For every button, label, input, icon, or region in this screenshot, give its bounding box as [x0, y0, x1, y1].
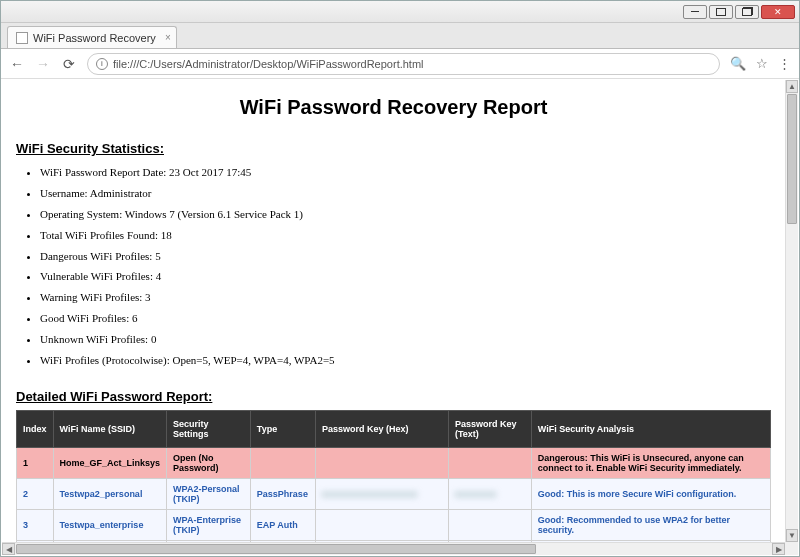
close-tab-icon[interactable]: ×	[165, 32, 171, 43]
cell: Good: This is more Secure WiFi configura…	[531, 478, 770, 509]
scroll-up-button[interactable]: ▲	[786, 80, 798, 93]
stat-item: Good WiFi Profiles: 6	[40, 308, 771, 329]
scroll-corner	[785, 542, 798, 555]
table-header-row: Index WiFi Name (SSID) Security Settings…	[17, 410, 771, 447]
stat-item: WiFi Password Report Date: 23 Oct 2017 1…	[40, 162, 771, 183]
cell: PassPhrase	[250, 478, 315, 509]
col-ssid: WiFi Name (SSID)	[53, 410, 167, 447]
scroll-right-button[interactable]: ▶	[772, 543, 785, 555]
section-stats-heading: WiFi Security Statistics:	[16, 141, 771, 156]
col-index: Index	[17, 410, 54, 447]
cell: 3	[17, 509, 54, 540]
table-row: 2Testwpa2_personalWPA2-Personal (TKIP)Pa…	[17, 478, 771, 509]
stat-item: Vulnerable WiFi Profiles: 4	[40, 266, 771, 287]
vertical-scroll-thumb[interactable]	[787, 94, 797, 224]
page-title: WiFi Password Recovery Report	[16, 96, 771, 119]
page-viewport[interactable]: WiFi Password Recovery Report WiFi Secur…	[2, 80, 785, 542]
section-detail-heading: Detailed WiFi Password Report:	[16, 389, 771, 404]
cell: Open (No Password)	[167, 447, 251, 478]
site-info-icon[interactable]: i	[96, 58, 108, 70]
table-row: 1Home_GF_Act_LinksysOpen (No Password)Da…	[17, 447, 771, 478]
page-icon	[16, 32, 28, 44]
url-text: file:///C:/Users/Administrator/Desktop/W…	[113, 58, 424, 70]
col-hex: Password Key (Hex)	[315, 410, 448, 447]
cell	[448, 509, 531, 540]
col-analysis: WiFi Security Analysis	[531, 410, 770, 447]
vertical-scrollbar[interactable]: ▲ ▼	[785, 80, 798, 542]
horizontal-scroll-thumb[interactable]	[16, 544, 536, 554]
cell: EAP Auth	[250, 509, 315, 540]
cell	[315, 509, 448, 540]
report-table: Index WiFi Name (SSID) Security Settings…	[16, 410, 771, 542]
cell	[315, 447, 448, 478]
cell: WPA-Enterprise (TKIP)	[167, 509, 251, 540]
menu-icon[interactable]: ⋮	[778, 56, 791, 71]
zoom-icon[interactable]: 🔍	[730, 56, 746, 71]
cell: 2	[17, 478, 54, 509]
minimize-button[interactable]	[683, 5, 707, 19]
stat-item: WiFi Profiles (Protocolwise): Open=5, WE…	[40, 350, 771, 371]
cell: Dangerous: This WiFi is Unsecured, anyon…	[531, 447, 770, 478]
cell: xxxxxxxxxxxxxxxx	[315, 478, 448, 509]
stat-item: Total WiFi Profiles Found: 18	[40, 225, 771, 246]
address-bar[interactable]: i file:///C:/Users/Administrator/Desktop…	[87, 53, 720, 75]
horizontal-scrollbar[interactable]: ◀ ▶	[2, 542, 785, 555]
close-button[interactable]	[761, 5, 795, 19]
reload-button[interactable]: ⟳	[61, 56, 77, 72]
back-button[interactable]: ←	[9, 56, 25, 72]
col-type: Type	[250, 410, 315, 447]
stat-item: Username: Administrator	[40, 183, 771, 204]
scroll-down-button[interactable]: ▼	[786, 529, 798, 542]
document-body: WiFi Password Recovery Report WiFi Secur…	[2, 80, 785, 542]
toolbar: ← → ⟳ i file:///C:/Users/Administrator/D…	[1, 49, 799, 79]
maximize-button[interactable]	[735, 5, 759, 19]
restore-button[interactable]	[709, 5, 733, 19]
cell: xxxxxxx	[448, 478, 531, 509]
cell: Good: Recommended to use WPA2 for better…	[531, 509, 770, 540]
forward-button[interactable]: →	[35, 56, 51, 72]
stat-item: Warning WiFi Profiles: 3	[40, 287, 771, 308]
col-text: Password Key (Text)	[448, 410, 531, 447]
cell: WPA2-Personal (TKIP)	[167, 478, 251, 509]
cell	[448, 447, 531, 478]
tab-title: WiFi Password Recovery	[33, 32, 156, 44]
col-security: Security Settings	[167, 410, 251, 447]
browser-tab[interactable]: WiFi Password Recovery ×	[7, 26, 177, 48]
table-row: 3Testwpa_enterpriseWPA-Enterprise (TKIP)…	[17, 509, 771, 540]
bookmark-icon[interactable]: ☆	[756, 56, 768, 71]
tab-strip: WiFi Password Recovery ×	[1, 23, 799, 49]
stat-item: Dangerous WiFi Profiles: 5	[40, 246, 771, 267]
window-titlebar	[1, 1, 799, 23]
cell: 1	[17, 447, 54, 478]
cell: Testwpa_enterprise	[53, 509, 167, 540]
scroll-left-button[interactable]: ◀	[2, 543, 15, 555]
cell	[250, 447, 315, 478]
stat-item: Operating System: Windows 7 (Version 6.1…	[40, 204, 771, 225]
stat-item: Unknown WiFi Profiles: 0	[40, 329, 771, 350]
cell: Home_GF_Act_Linksys	[53, 447, 167, 478]
cell: Testwpa2_personal	[53, 478, 167, 509]
stats-list: WiFi Password Report Date: 23 Oct 2017 1…	[40, 162, 771, 371]
